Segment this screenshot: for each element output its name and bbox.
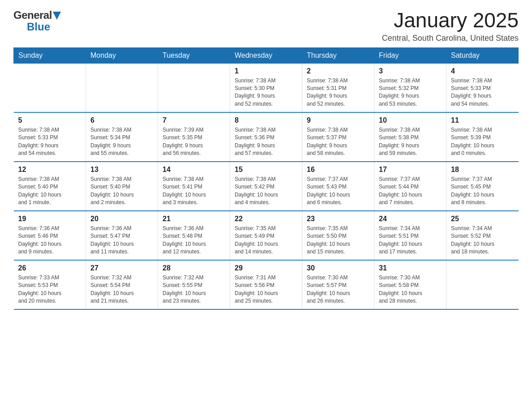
day-info: Sunrise: 7:35 AM Sunset: 5:49 PM Dayligh…	[235, 225, 297, 256]
day-number: 28	[163, 264, 225, 272]
day-info: Sunrise: 7:38 AM Sunset: 5:33 PM Dayligh…	[451, 77, 514, 108]
day-cell: 2Sunrise: 7:38 AM Sunset: 5:31 PM Daylig…	[302, 63, 374, 112]
day-number: 3	[379, 67, 442, 75]
day-info: Sunrise: 7:37 AM Sunset: 5:45 PM Dayligh…	[451, 176, 514, 207]
day-info: Sunrise: 7:38 AM Sunset: 5:34 PM Dayligh…	[90, 126, 153, 158]
page-header: General Blue January 2025 Central, South…	[13, 9, 519, 43]
day-cell: 8Sunrise: 7:38 AM Sunset: 5:36 PM Daylig…	[230, 112, 302, 162]
day-number: 25	[451, 215, 514, 223]
day-info: Sunrise: 7:36 AM Sunset: 5:48 PM Dayligh…	[163, 225, 225, 256]
day-info: Sunrise: 7:38 AM Sunset: 5:36 PM Dayligh…	[235, 126, 297, 158]
day-number: 16	[307, 166, 369, 174]
day-number: 2	[307, 67, 369, 75]
day-cell: 24Sunrise: 7:34 AM Sunset: 5:51 PM Dayli…	[374, 211, 446, 260]
day-info: Sunrise: 7:34 AM Sunset: 5:51 PM Dayligh…	[379, 225, 442, 256]
day-info: Sunrise: 7:34 AM Sunset: 5:52 PM Dayligh…	[451, 225, 514, 256]
day-cell: 26Sunrise: 7:33 AM Sunset: 5:53 PM Dayli…	[14, 260, 86, 309]
col-header-monday: Monday	[86, 47, 158, 63]
day-cell: 31Sunrise: 7:30 AM Sunset: 5:58 PM Dayli…	[374, 260, 446, 309]
day-cell: 15Sunrise: 7:38 AM Sunset: 5:42 PM Dayli…	[230, 162, 302, 211]
day-number: 30	[307, 264, 369, 272]
day-number: 9	[307, 116, 369, 124]
day-number: 20	[90, 215, 153, 223]
logo: General Blue	[13, 9, 61, 33]
day-info: Sunrise: 7:31 AM Sunset: 5:56 PM Dayligh…	[235, 274, 297, 305]
day-cell	[446, 260, 519, 309]
day-cell: 23Sunrise: 7:35 AM Sunset: 5:50 PM Dayli…	[302, 211, 374, 260]
day-info: Sunrise: 7:32 AM Sunset: 5:55 PM Dayligh…	[163, 274, 225, 305]
day-number: 19	[18, 215, 82, 223]
day-cell: 6Sunrise: 7:38 AM Sunset: 5:34 PM Daylig…	[86, 112, 158, 162]
day-cell: 17Sunrise: 7:37 AM Sunset: 5:44 PM Dayli…	[374, 162, 446, 211]
col-header-thursday: Thursday	[302, 47, 374, 63]
day-cell: 7Sunrise: 7:39 AM Sunset: 5:35 PM Daylig…	[158, 112, 230, 162]
day-cell: 14Sunrise: 7:38 AM Sunset: 5:41 PM Dayli…	[158, 162, 230, 211]
day-number: 5	[18, 116, 82, 124]
day-number: 23	[307, 215, 369, 223]
day-info: Sunrise: 7:30 AM Sunset: 5:58 PM Dayligh…	[379, 274, 442, 305]
col-header-wednesday: Wednesday	[230, 47, 302, 63]
day-info: Sunrise: 7:32 AM Sunset: 5:54 PM Dayligh…	[90, 274, 153, 305]
day-cell: 4Sunrise: 7:38 AM Sunset: 5:33 PM Daylig…	[446, 63, 519, 112]
day-cell: 9Sunrise: 7:38 AM Sunset: 5:37 PM Daylig…	[302, 112, 374, 162]
title-block: January 2025 Central, South Carolina, Un…	[382, 9, 519, 43]
day-info: Sunrise: 7:39 AM Sunset: 5:35 PM Dayligh…	[163, 126, 225, 158]
day-number: 26	[18, 264, 82, 272]
day-cell	[86, 63, 158, 112]
day-number: 24	[379, 215, 442, 223]
day-info: Sunrise: 7:36 AM Sunset: 5:46 PM Dayligh…	[18, 225, 82, 256]
day-cell: 27Sunrise: 7:32 AM Sunset: 5:54 PM Dayli…	[86, 260, 158, 309]
day-cell: 18Sunrise: 7:37 AM Sunset: 5:45 PM Dayli…	[446, 162, 519, 211]
day-number: 17	[379, 166, 442, 174]
week-row-1: 1Sunrise: 7:38 AM Sunset: 5:30 PM Daylig…	[14, 63, 519, 112]
day-info: Sunrise: 7:38 AM Sunset: 5:38 PM Dayligh…	[379, 126, 442, 158]
day-info: Sunrise: 7:38 AM Sunset: 5:39 PM Dayligh…	[451, 126, 514, 158]
day-cell: 29Sunrise: 7:31 AM Sunset: 5:56 PM Dayli…	[230, 260, 302, 309]
day-number: 7	[163, 116, 225, 124]
day-number: 8	[235, 116, 297, 124]
week-row-4: 19Sunrise: 7:36 AM Sunset: 5:46 PM Dayli…	[14, 211, 519, 260]
day-info: Sunrise: 7:38 AM Sunset: 5:42 PM Dayligh…	[235, 176, 297, 207]
col-header-sunday: Sunday	[14, 47, 86, 63]
day-info: Sunrise: 7:38 AM Sunset: 5:31 PM Dayligh…	[307, 77, 369, 108]
day-info: Sunrise: 7:36 AM Sunset: 5:47 PM Dayligh…	[90, 225, 153, 256]
day-number: 15	[235, 166, 297, 174]
day-cell: 28Sunrise: 7:32 AM Sunset: 5:55 PM Dayli…	[158, 260, 230, 309]
day-cell: 11Sunrise: 7:38 AM Sunset: 5:39 PM Dayli…	[446, 112, 519, 162]
day-info: Sunrise: 7:37 AM Sunset: 5:43 PM Dayligh…	[307, 176, 369, 207]
day-info: Sunrise: 7:38 AM Sunset: 5:32 PM Dayligh…	[379, 77, 442, 108]
day-number: 21	[163, 215, 225, 223]
day-info: Sunrise: 7:33 AM Sunset: 5:53 PM Dayligh…	[18, 274, 82, 305]
day-info: Sunrise: 7:30 AM Sunset: 5:57 PM Dayligh…	[307, 274, 369, 305]
day-cell	[14, 63, 86, 112]
location-subtitle: Central, South Carolina, United States	[382, 34, 519, 43]
calendar-header-row: SundayMondayTuesdayWednesdayThursdayFrid…	[14, 47, 519, 63]
day-number: 11	[451, 116, 514, 124]
day-number: 27	[90, 264, 153, 272]
day-info: Sunrise: 7:38 AM Sunset: 5:41 PM Dayligh…	[163, 176, 225, 207]
day-cell: 13Sunrise: 7:38 AM Sunset: 5:40 PM Dayli…	[86, 162, 158, 211]
day-number: 29	[235, 264, 297, 272]
logo-triangle-icon	[53, 12, 61, 20]
day-info: Sunrise: 7:38 AM Sunset: 5:37 PM Dayligh…	[307, 126, 369, 158]
day-number: 14	[163, 166, 225, 174]
day-info: Sunrise: 7:35 AM Sunset: 5:50 PM Dayligh…	[307, 225, 369, 256]
day-info: Sunrise: 7:38 AM Sunset: 5:33 PM Dayligh…	[18, 126, 82, 158]
calendar-table: SundayMondayTuesdayWednesdayThursdayFrid…	[13, 47, 519, 310]
day-number: 18	[451, 166, 514, 174]
month-title: January 2025	[382, 9, 519, 32]
day-cell: 20Sunrise: 7:36 AM Sunset: 5:47 PM Dayli…	[86, 211, 158, 260]
col-header-tuesday: Tuesday	[158, 47, 230, 63]
day-cell: 5Sunrise: 7:38 AM Sunset: 5:33 PM Daylig…	[14, 112, 86, 162]
col-header-friday: Friday	[374, 47, 446, 63]
day-number: 31	[379, 264, 442, 272]
day-number: 1	[235, 67, 297, 75]
day-number: 13	[90, 166, 153, 174]
day-cell: 19Sunrise: 7:36 AM Sunset: 5:46 PM Dayli…	[14, 211, 86, 260]
logo-blue-text: Blue	[27, 21, 50, 33]
day-info: Sunrise: 7:37 AM Sunset: 5:44 PM Dayligh…	[379, 176, 442, 207]
day-cell: 1Sunrise: 7:38 AM Sunset: 5:30 PM Daylig…	[230, 63, 302, 112]
day-cell: 16Sunrise: 7:37 AM Sunset: 5:43 PM Dayli…	[302, 162, 374, 211]
day-cell: 12Sunrise: 7:38 AM Sunset: 5:40 PM Dayli…	[14, 162, 86, 211]
day-number: 6	[90, 116, 153, 124]
